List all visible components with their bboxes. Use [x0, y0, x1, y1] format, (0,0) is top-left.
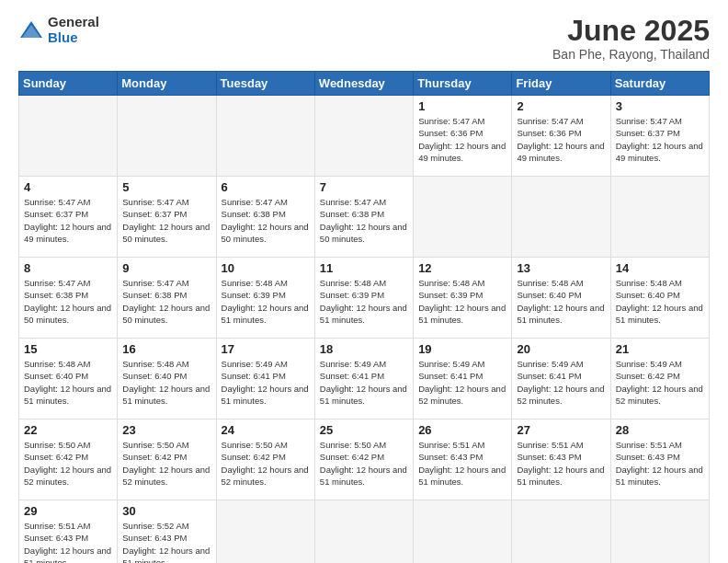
weekday-friday: Friday	[512, 72, 610, 96]
sunrise: Sunrise: 5:49 AM	[222, 358, 310, 370]
sunrise: Sunrise: 5:48 AM	[122, 358, 210, 370]
sunset: Sunset: 6:43 PM	[616, 451, 704, 463]
calendar-cell: 16Sunrise: 5:48 AMSunset: 6:40 PMDayligh…	[118, 339, 216, 419]
day-info: Sunrise: 5:48 AMSunset: 6:40 PMDaylight:…	[517, 277, 605, 326]
day-info: Sunrise: 5:52 AMSunset: 6:43 PMDaylight:…	[122, 520, 210, 563]
sunrise: Sunrise: 5:48 AM	[517, 277, 605, 289]
daylight: Daylight: 12 hours and 51 minutes.	[616, 302, 704, 327]
day-number: 12	[418, 261, 506, 275]
sunrise: Sunrise: 5:47 AM	[517, 115, 605, 127]
sunrise: Sunrise: 5:48 AM	[24, 358, 112, 370]
day-info: Sunrise: 5:47 AMSunset: 6:37 PMDaylight:…	[616, 115, 704, 164]
sunset: Sunset: 6:37 PM	[24, 208, 112, 220]
sunset: Sunset: 6:40 PM	[616, 289, 704, 301]
day-number: 21	[616, 342, 704, 356]
day-info: Sunrise: 5:49 AMSunset: 6:41 PMDaylight:…	[418, 358, 506, 407]
day-number: 20	[517, 342, 605, 356]
sunset: Sunset: 6:37 PM	[122, 208, 210, 220]
day-number: 18	[320, 342, 408, 356]
day-number: 15	[24, 342, 112, 356]
day-info: Sunrise: 5:51 AMSunset: 6:43 PMDaylight:…	[418, 439, 506, 488]
calendar-cell: 25Sunrise: 5:50 AMSunset: 6:42 PMDayligh…	[314, 419, 413, 500]
calendar-cell: 23Sunrise: 5:50 AMSunset: 6:42 PMDayligh…	[118, 419, 216, 500]
calendar-cell: 8Sunrise: 5:47 AMSunset: 6:38 PMDaylight…	[19, 258, 118, 339]
month-title: June 2025	[552, 15, 710, 47]
sunrise: Sunrise: 5:51 AM	[517, 439, 605, 451]
calendar-cell	[512, 177, 610, 258]
calendar-cell: 14Sunrise: 5:48 AMSunset: 6:40 PMDayligh…	[610, 258, 709, 339]
calendar-week-1: 4Sunrise: 5:47 AMSunset: 6:37 PMDaylight…	[19, 177, 710, 258]
weekday-saturday: Saturday	[610, 72, 709, 96]
day-number: 9	[122, 261, 210, 275]
sunset: Sunset: 6:42 PM	[616, 370, 704, 382]
daylight: Daylight: 12 hours and 51 minutes.	[418, 464, 506, 488]
calendar-cell	[610, 500, 709, 563]
calendar-cell: 29Sunrise: 5:51 AMSunset: 6:43 PMDayligh…	[19, 500, 118, 563]
weekday-thursday: Thursday	[414, 72, 512, 96]
daylight: Daylight: 12 hours and 49 minutes.	[24, 221, 112, 246]
day-number: 28	[616, 423, 704, 437]
calendar-cell	[314, 96, 413, 177]
sunrise: Sunrise: 5:48 AM	[222, 277, 310, 289]
calendar-week-2: 8Sunrise: 5:47 AMSunset: 6:38 PMDaylight…	[19, 258, 710, 339]
daylight: Daylight: 12 hours and 52 minutes.	[418, 383, 506, 408]
sunset: Sunset: 6:39 PM	[418, 289, 506, 301]
day-info: Sunrise: 5:48 AMSunset: 6:39 PMDaylight:…	[222, 277, 310, 326]
daylight: Daylight: 12 hours and 51 minutes.	[616, 464, 704, 488]
sunrise: Sunrise: 5:50 AM	[222, 439, 310, 451]
day-number: 11	[320, 261, 408, 275]
calendar-cell: 19Sunrise: 5:49 AMSunset: 6:41 PMDayligh…	[414, 339, 512, 419]
sunset: Sunset: 6:38 PM	[24, 289, 112, 301]
sunrise: Sunrise: 5:47 AM	[122, 277, 210, 289]
calendar-cell: 2Sunrise: 5:47 AMSunset: 6:36 PMDaylight…	[512, 96, 610, 177]
logo-blue: Blue	[48, 30, 99, 46]
day-number: 3	[616, 99, 704, 113]
day-info: Sunrise: 5:50 AMSunset: 6:42 PMDaylight:…	[320, 439, 408, 488]
sunset: Sunset: 6:42 PM	[122, 451, 210, 463]
sunset: Sunset: 6:39 PM	[320, 289, 408, 301]
day-info: Sunrise: 5:49 AMSunset: 6:42 PMDaylight:…	[616, 358, 704, 407]
calendar-cell: 9Sunrise: 5:47 AMSunset: 6:38 PMDaylight…	[118, 258, 216, 339]
calendar-cell: 27Sunrise: 5:51 AMSunset: 6:43 PMDayligh…	[512, 419, 610, 500]
daylight: Daylight: 12 hours and 51 minutes.	[517, 464, 605, 488]
daylight: Daylight: 12 hours and 49 minutes.	[418, 140, 506, 165]
daylight: Daylight: 12 hours and 49 minutes.	[517, 140, 605, 165]
day-info: Sunrise: 5:48 AMSunset: 6:39 PMDaylight:…	[418, 277, 506, 326]
day-number: 17	[222, 342, 310, 356]
day-info: Sunrise: 5:51 AMSunset: 6:43 PMDaylight:…	[616, 439, 704, 488]
sunset: Sunset: 6:43 PM	[122, 532, 210, 544]
calendar-cell: 22Sunrise: 5:50 AMSunset: 6:42 PMDayligh…	[19, 419, 118, 500]
day-number: 7	[320, 180, 408, 194]
day-number: 29	[24, 504, 112, 518]
day-number: 27	[517, 423, 605, 437]
calendar-cell: 4Sunrise: 5:47 AMSunset: 6:37 PMDaylight…	[19, 177, 118, 258]
weekday-wednesday: Wednesday	[314, 72, 413, 96]
calendar-cell	[414, 177, 512, 258]
daylight: Daylight: 12 hours and 50 minutes.	[122, 221, 210, 246]
sunrise: Sunrise: 5:51 AM	[616, 439, 704, 451]
day-info: Sunrise: 5:48 AMSunset: 6:40 PMDaylight:…	[24, 358, 112, 407]
day-number: 14	[616, 261, 704, 275]
sunset: Sunset: 6:38 PM	[320, 208, 408, 220]
daylight: Daylight: 12 hours and 52 minutes.	[517, 383, 605, 408]
weekday-sunday: Sunday	[19, 72, 118, 96]
sunrise: Sunrise: 5:47 AM	[320, 196, 408, 208]
daylight: Daylight: 12 hours and 51 minutes.	[122, 545, 210, 563]
day-number: 19	[418, 342, 506, 356]
calendar-cell	[118, 96, 216, 177]
sunrise: Sunrise: 5:49 AM	[616, 358, 704, 370]
calendar-cell: 1Sunrise: 5:47 AMSunset: 6:36 PMDaylight…	[414, 96, 512, 177]
calendar-cell: 10Sunrise: 5:48 AMSunset: 6:39 PMDayligh…	[216, 258, 314, 339]
weekday-tuesday: Tuesday	[216, 72, 314, 96]
logo-text: General Blue	[48, 15, 99, 45]
day-info: Sunrise: 5:51 AMSunset: 6:43 PMDaylight:…	[24, 520, 112, 563]
day-info: Sunrise: 5:48 AMSunset: 6:40 PMDaylight:…	[616, 277, 704, 326]
sunrise: Sunrise: 5:49 AM	[320, 358, 408, 370]
day-info: Sunrise: 5:47 AMSunset: 6:36 PMDaylight:…	[517, 115, 605, 164]
sunrise: Sunrise: 5:50 AM	[24, 439, 112, 451]
day-info: Sunrise: 5:50 AMSunset: 6:42 PMDaylight:…	[222, 439, 310, 488]
day-info: Sunrise: 5:49 AMSunset: 6:41 PMDaylight:…	[320, 358, 408, 407]
daylight: Daylight: 12 hours and 51 minutes.	[320, 464, 408, 488]
day-number: 16	[122, 342, 210, 356]
weekday-monday: Monday	[118, 72, 216, 96]
